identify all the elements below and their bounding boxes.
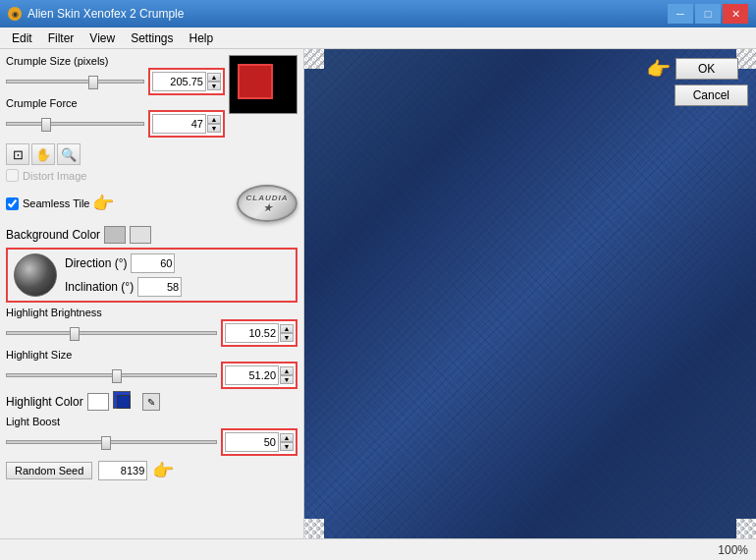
- menu-settings[interactable]: Settings: [123, 29, 181, 47]
- close-button[interactable]: ✕: [723, 4, 748, 24]
- menu-edit[interactable]: Edit: [4, 29, 40, 47]
- highlight-color-row: Highlight Color ✎: [6, 391, 297, 413]
- highlight-brightness-label: Highlight Brightness: [6, 307, 297, 318]
- texture-preview: [304, 49, 756, 538]
- logo-badge: CLAUDIA ★: [237, 185, 297, 222]
- highlight-brightness-input-box: ▲ ▼: [221, 319, 297, 347]
- window-controls: ─ □ ✕: [668, 4, 748, 24]
- zoom-level: 100%: [718, 543, 748, 557]
- seamless-tile-checkbox[interactable]: [6, 197, 19, 210]
- crumple-force-input-box: ▲ ▼: [148, 110, 225, 138]
- highlight-brightness-thumb[interactable]: [70, 327, 80, 341]
- maximize-button[interactable]: □: [695, 4, 721, 24]
- random-seed-row: Random Seed 👈: [6, 460, 297, 481]
- highlight-color-swatch-white[interactable]: [87, 393, 109, 411]
- light-boost-input[interactable]: [225, 432, 279, 452]
- distort-image-row: Distort Image: [6, 169, 297, 182]
- highlight-size-down[interactable]: ▼: [280, 375, 294, 384]
- random-seed-button[interactable]: Random Seed: [6, 462, 92, 479]
- direction-input[interactable]: [131, 253, 175, 273]
- background-color-swatch2[interactable]: [130, 226, 151, 244]
- highlight-size-label: Highlight Size: [6, 349, 297, 361]
- crumple-size-section: Crumple Size (pixels) ▲ ▼ Crumple Force: [6, 55, 297, 140]
- window-title: Alien Skin Xenofex 2 Crumple: [27, 7, 184, 21]
- crumple-force-spinners: ▲ ▼: [207, 115, 221, 133]
- menu-bar: Edit Filter View Settings Help: [0, 28, 756, 49]
- inclination-label: Inclination (°): [65, 280, 134, 294]
- highlight-size-input-box: ▲ ▼: [221, 362, 297, 389]
- crumple-size-down[interactable]: ▼: [207, 82, 221, 90]
- inclination-input[interactable]: [137, 277, 182, 297]
- background-color-swatch[interactable]: [104, 226, 126, 244]
- highlight-brightness-spinners: ▲ ▼: [280, 324, 294, 342]
- background-color-label: Background Color: [6, 228, 100, 242]
- title-bar: ◉ Alien Skin Xenofex 2 Crumple ─ □ ✕: [0, 0, 756, 28]
- crumple-size-slider-thumb[interactable]: [88, 76, 98, 89]
- crumple-force-up[interactable]: ▲: [207, 115, 221, 124]
- zoom-in-button[interactable]: 🔍: [57, 143, 81, 165]
- distort-image-label: Distort Image: [23, 170, 86, 182]
- light-boost-thumb[interactable]: [101, 436, 111, 450]
- light-boost-label: Light Boost: [6, 416, 297, 427]
- texture-overlay-svg: [304, 49, 756, 538]
- preview-red-rect: [238, 64, 273, 99]
- light-boost-input-box: ▲ ▼: [221, 428, 297, 456]
- crumple-size-spinners: ▲ ▼: [207, 73, 221, 90]
- random-seed-input[interactable]: [98, 461, 147, 480]
- direction-group: Direction (°) Inclination (°): [6, 248, 297, 303]
- light-boost-up[interactable]: ▲: [280, 433, 294, 442]
- distort-image-checkbox[interactable]: [6, 169, 19, 182]
- crumple-size-input[interactable]: [152, 72, 206, 91]
- highlight-color-label: Highlight Color: [6, 395, 83, 409]
- highlight-color-swatches: [113, 391, 138, 413]
- seamless-tile-label: Seamless Tile: [23, 197, 89, 209]
- menu-help[interactable]: Help: [182, 29, 222, 47]
- crumple-size-label: Crumple Size (pixels): [6, 55, 225, 67]
- direction-row: Direction (°): [65, 253, 182, 273]
- direction-fields: Direction (°) Inclination (°): [65, 253, 182, 297]
- menu-view[interactable]: View: [81, 29, 123, 47]
- inclination-row: Inclination (°): [65, 277, 182, 297]
- seamless-tile-pointer-icon: 👈: [93, 193, 115, 214]
- highlight-size-thumb[interactable]: [112, 369, 122, 383]
- svg-rect-2: [304, 49, 756, 538]
- highlight-brightness-up[interactable]: ▲: [280, 324, 294, 333]
- crumple-force-label: Crumple Force: [6, 97, 225, 109]
- ok-button[interactable]: OK: [675, 58, 738, 80]
- crumple-size-up[interactable]: ▲: [207, 73, 221, 82]
- crumple-size-input-box: ▲ ▼: [148, 68, 225, 95]
- highlight-brightness-input[interactable]: [225, 323, 279, 343]
- crumple-force-input[interactable]: [152, 114, 206, 134]
- highlight-brightness-down[interactable]: ▼: [280, 333, 294, 342]
- logo-star: ★: [263, 202, 272, 213]
- highlight-size-input[interactable]: [225, 365, 279, 385]
- background-color-row: Background Color: [6, 226, 297, 244]
- highlight-color-swatch-blue-dark[interactable]: [117, 395, 131, 409]
- left-panel: Crumple Size (pixels) ▲ ▼ Crumple Force: [0, 49, 304, 538]
- cancel-button[interactable]: Cancel: [675, 84, 748, 106]
- direction-label: Direction (°): [65, 256, 127, 270]
- highlight-size-up[interactable]: ▲: [280, 366, 294, 375]
- minimize-button[interactable]: ─: [668, 4, 693, 24]
- logo-text: CLAUDIA: [246, 194, 289, 202]
- ok-pointer-icon: 👈: [647, 57, 672, 81]
- preview-thumbnail: [229, 55, 297, 114]
- action-buttons: 👈 OK Cancel: [647, 57, 748, 106]
- pan-button[interactable]: ✋: [31, 143, 55, 165]
- main-content: Crumple Size (pixels) ▲ ▼ Crumple Force: [0, 49, 756, 538]
- app-icon: ◉: [8, 7, 22, 21]
- light-boost-spinners: ▲ ▼: [280, 433, 294, 451]
- sphere-preview: [14, 253, 57, 297]
- random-seed-pointer-icon: 👈: [153, 460, 175, 481]
- highlight-size-spinners: ▲ ▼: [280, 366, 294, 384]
- crumple-force-down[interactable]: ▼: [207, 124, 221, 133]
- highlight-color-swap-button[interactable]: ✎: [142, 393, 160, 411]
- light-boost-down[interactable]: ▼: [280, 442, 294, 451]
- menu-filter[interactable]: Filter: [40, 29, 82, 47]
- right-panel: 👈 OK Cancel: [304, 49, 756, 538]
- zoom-fit-button[interactable]: ⊡: [6, 143, 29, 165]
- status-bar: 100%: [0, 538, 756, 560]
- crumple-force-slider-thumb[interactable]: [41, 118, 51, 132]
